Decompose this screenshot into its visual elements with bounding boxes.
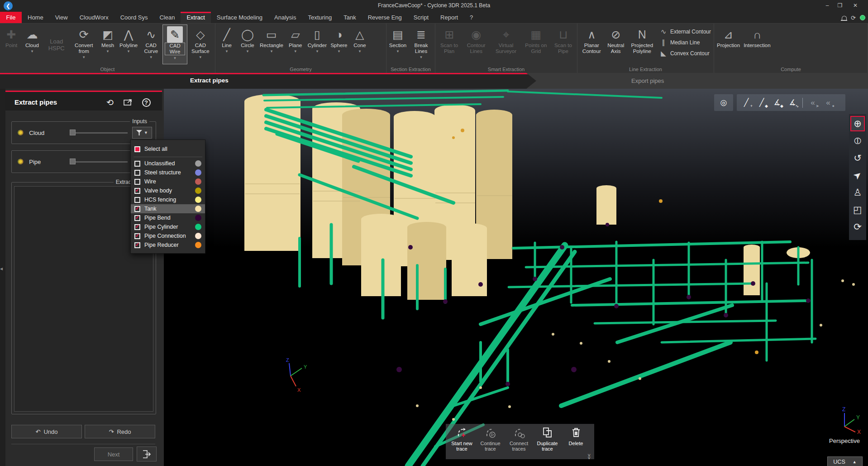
filter-option-pipe-bend[interactable]: Pipe Bend bbox=[131, 213, 205, 222]
checkbox[interactable] bbox=[134, 233, 140, 239]
measure-edit-icon[interactable]: ╱◆ bbox=[755, 98, 768, 107]
planar-contour-button[interactable]: ∧Planar Contour bbox=[578, 25, 605, 64]
pipe-opacity-slider[interactable] bbox=[70, 161, 128, 163]
start-new-trace-button[interactable]: +Start new trace bbox=[448, 427, 476, 459]
reset-icon[interactable]: ⟲ bbox=[104, 97, 116, 108]
collapse-toolbar-icon[interactable]: ˅˅ bbox=[588, 454, 591, 459]
menu-item-[interactable]: ? bbox=[464, 12, 479, 23]
checkbox[interactable] bbox=[134, 197, 140, 203]
circle-button[interactable]: ◯Circle▾ bbox=[237, 25, 258, 64]
intersection-button[interactable]: ∩Intersection bbox=[742, 25, 772, 64]
workflow-step-export[interactable]: Export pipes bbox=[631, 77, 664, 84]
duplicate-trace-button[interactable]: Duplicate trace bbox=[533, 427, 562, 459]
filter-option-hcs-fencing[interactable]: HCS fencing bbox=[131, 195, 205, 204]
menu-item-cloudworx[interactable]: CloudWorx bbox=[74, 12, 114, 23]
checkbox[interactable] bbox=[134, 224, 140, 230]
undo-button[interactable]: ↶ Undo bbox=[11, 425, 82, 438]
filter-option-unclassified[interactable]: Unclassified bbox=[131, 159, 205, 168]
checkbox[interactable] bbox=[134, 161, 140, 167]
neutral-axis-button[interactable]: ⊘Neutral Axis bbox=[605, 25, 627, 64]
next-button[interactable]: Next bbox=[94, 447, 133, 461]
convert-from-button[interactable]: ⟳Convert from▾ bbox=[70, 25, 97, 64]
close-button[interactable]: ✕ bbox=[849, 0, 862, 11]
maximize-button[interactable]: ❐ bbox=[834, 0, 846, 11]
collapse-panel-icon[interactable]: ◂ bbox=[0, 265, 3, 272]
checkbox[interactable] bbox=[134, 179, 140, 185]
rectangle-button[interactable]: ▭Rectangle▾ bbox=[258, 25, 285, 64]
angle-wave-icon[interactable]: ∡∿ bbox=[786, 98, 799, 107]
menu-item-texturing[interactable]: Texturing bbox=[302, 12, 338, 23]
cad-curve-button[interactable]: ∿CAD Curve▾ bbox=[139, 25, 163, 64]
cylinder-button[interactable]: ▯Cylinder▾ bbox=[306, 25, 329, 64]
checkbox[interactable] bbox=[134, 242, 140, 248]
polyline-button[interactable]: ⋀Polyline▾ bbox=[118, 25, 139, 64]
filter-option-pipe-reducer[interactable]: Pipe Reducer bbox=[131, 240, 205, 250]
menu-item-report[interactable]: Report bbox=[434, 12, 464, 23]
filter-option-steel-structure[interactable]: Steel structure bbox=[131, 168, 205, 177]
delete-button[interactable]: Delete bbox=[562, 427, 590, 459]
turntable-icon[interactable]: ⟳ bbox=[850, 219, 865, 235]
convex-contour-button[interactable]: ◣Convex Contour bbox=[659, 48, 711, 58]
break-lines-button[interactable]: ≣Break Lines▾ bbox=[408, 25, 434, 64]
orbit-icon[interactable]: ⊕ bbox=[850, 116, 865, 131]
line-button[interactable]: ╱Line▾ bbox=[216, 25, 237, 64]
external-contour-button[interactable]: ∿External Contour bbox=[659, 27, 711, 37]
menu-item-clean[interactable]: Clean bbox=[153, 12, 181, 23]
render-mode-icon[interactable]: ◎ bbox=[717, 98, 730, 107]
cad-wire-button[interactable]: ✎CAD Wire▾ bbox=[163, 25, 186, 64]
constrained-orbit-icon[interactable]: ⦶ bbox=[850, 133, 865, 149]
redo-button[interactable]: ↷ Redo bbox=[85, 425, 155, 438]
filter-option-pipe-cylinder[interactable]: Pipe Cylinder bbox=[131, 222, 205, 231]
menu-item-script[interactable]: Script bbox=[408, 12, 434, 23]
mesh-button[interactable]: ◩Mesh▾ bbox=[97, 25, 118, 64]
point-cloud-scene[interactable]: Z Y X bbox=[164, 89, 868, 466]
menu-item-extract[interactable]: Extract bbox=[181, 12, 210, 23]
section-button[interactable]: ▤Section▾ bbox=[387, 25, 408, 64]
measure-add-icon[interactable]: ╱+ bbox=[739, 98, 753, 107]
menu-item-analysis[interactable]: Analysis bbox=[268, 12, 302, 23]
notifications-bell-icon[interactable] bbox=[842, 16, 847, 20]
cloud-opacity-slider[interactable] bbox=[70, 132, 128, 134]
median-line-button[interactable]: ∥Median Line bbox=[659, 38, 711, 48]
cad-surface-button[interactable]: ◇CAD Surface▾ bbox=[187, 25, 214, 64]
checkbox[interactable] bbox=[134, 170, 140, 176]
visibility-bulb-icon[interactable]: ✺ bbox=[17, 128, 24, 138]
detach-panel-icon[interactable] bbox=[122, 97, 134, 108]
examine-icon[interactable]: ↺ bbox=[850, 150, 865, 166]
checkbox[interactable] bbox=[134, 188, 140, 194]
projected-polyline-button[interactable]: ΝProjected Polyline bbox=[627, 25, 658, 64]
plane-button[interactable]: ▱Plane▾ bbox=[285, 25, 306, 64]
menu-item-tank[interactable]: Tank bbox=[338, 12, 362, 23]
checkbox[interactable] bbox=[134, 206, 140, 212]
angle-erase-icon[interactable]: ∡◆ bbox=[770, 98, 784, 107]
viewport-3d[interactable]: Z Y X ◎ ╱+╱◆∡◆∡∿«➤«● ⊕⦶↺➤♙◰⟳ +Start new … bbox=[164, 89, 868, 466]
sync-icon[interactable]: ⟳ bbox=[851, 14, 856, 21]
visibility-bulb-icon[interactable]: ✺ bbox=[17, 157, 24, 167]
menu-item-reverse-eng[interactable]: Reverse Eng bbox=[362, 12, 408, 23]
exit-step-button[interactable] bbox=[137, 447, 157, 461]
walk-icon[interactable]: ♙ bbox=[850, 185, 865, 200]
projection-mode-label[interactable]: Perspective bbox=[817, 437, 868, 444]
ucs-button[interactable]: UCS ▲ bbox=[827, 456, 863, 466]
viewcube-icon[interactable]: ◰ bbox=[850, 202, 865, 217]
cloud-button[interactable]: ☁Cloud▾ bbox=[22, 25, 43, 64]
filter-option-pipe-connection[interactable]: Pipe Connection bbox=[131, 231, 205, 240]
menu-item-home[interactable]: Home bbox=[22, 12, 49, 23]
filter-option-select-all[interactable]: Select all bbox=[131, 143, 205, 155]
menu-item-coord-sys[interactable]: Coord Sys bbox=[114, 12, 154, 23]
filter-option-wire[interactable]: Wire bbox=[131, 177, 205, 186]
fly-icon[interactable]: ➤ bbox=[850, 168, 865, 183]
menu-item-view[interactable]: View bbox=[49, 12, 74, 23]
menu-item-surface-modeling[interactable]: Surface Modeling bbox=[211, 12, 268, 23]
help-icon[interactable]: ? bbox=[140, 97, 152, 108]
cone-button[interactable]: △Cone▾ bbox=[349, 25, 370, 64]
filter-option-valve-body[interactable]: Valve body bbox=[131, 186, 205, 195]
filter-option-tank[interactable]: Tank bbox=[131, 204, 205, 213]
checkbox[interactable] bbox=[134, 215, 140, 221]
menu-item-file[interactable]: File bbox=[0, 12, 22, 23]
cloud-class-filter-button[interactable]: ▼ bbox=[132, 127, 152, 139]
projection-button[interactable]: ⊿Projection bbox=[715, 25, 742, 64]
workflow-step-active[interactable] bbox=[0, 73, 536, 89]
minimize-button[interactable]: – bbox=[821, 0, 834, 11]
sphere-button[interactable]: ◑Sphere▾ bbox=[329, 25, 349, 64]
